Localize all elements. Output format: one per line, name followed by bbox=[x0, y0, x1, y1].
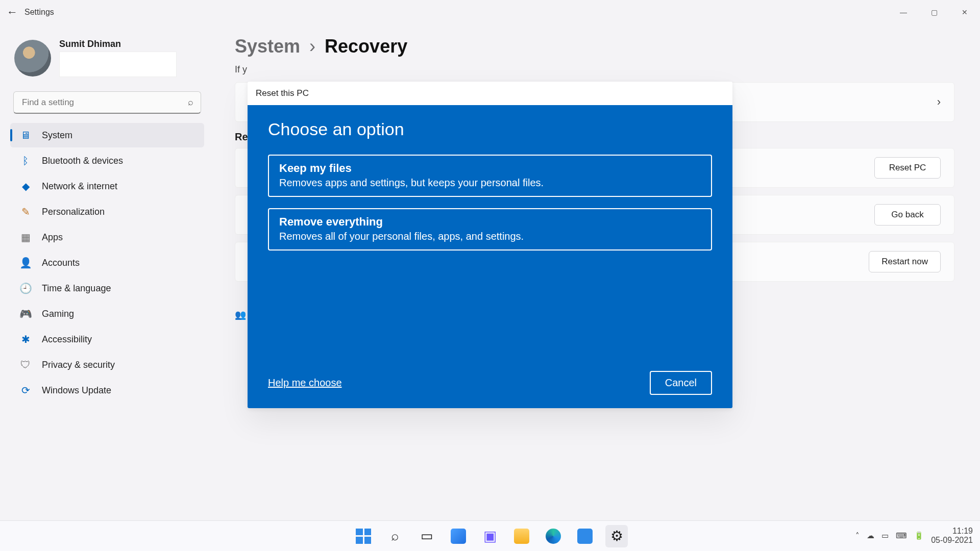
edge-icon bbox=[546, 529, 561, 544]
option-desc: Removes apps and settings, but keeps you… bbox=[279, 177, 701, 189]
sidebar-item-label: Windows Update bbox=[42, 385, 111, 396]
settings-taskbar-button[interactable]: ⚙ bbox=[605, 525, 628, 547]
option-desc: Removes all of your personal files, apps… bbox=[279, 231, 701, 242]
reset-pc-dialog: Reset this PC Choose an option Keep my f… bbox=[248, 82, 732, 408]
search-input[interactable] bbox=[21, 97, 188, 108]
sidebar-item-accounts[interactable]: 👤Accounts bbox=[10, 251, 204, 275]
option-title: Remove everything bbox=[279, 215, 701, 229]
restart-now-button[interactable]: Restart now bbox=[869, 251, 941, 272]
store-button[interactable] bbox=[574, 525, 596, 547]
taskbar-center: ⌕ ▭ ▣ ⚙ bbox=[352, 525, 628, 547]
option-remove-everything[interactable]: Remove everything Removes all of your pe… bbox=[268, 208, 712, 251]
systray: ˄ ☁ ▭ ⌨ 🔋 11:19 05-09-2021 bbox=[855, 520, 973, 551]
dialog-footer: Help me choose Cancel bbox=[268, 371, 712, 395]
sidebar-item-label: System bbox=[42, 130, 72, 141]
profile-name: Sumit Dhiman bbox=[59, 39, 177, 49]
sidebar-item-personalization[interactable]: ✎Personalization bbox=[10, 199, 204, 224]
dialog-body: Choose an option Keep my files Removes a… bbox=[248, 105, 732, 408]
sidebar-item-time-language[interactable]: 🕘Time & language bbox=[10, 276, 204, 300]
sidebar-item-label: Personalization bbox=[42, 207, 105, 217]
sidebar: Sumit Dhiman ⌕ 🖥SystemᛒBluetooth & devic… bbox=[10, 36, 204, 403]
start-button[interactable] bbox=[352, 525, 375, 547]
option-keep-my-files[interactable]: Keep my files Removes apps and settings,… bbox=[268, 155, 712, 197]
sidebar-item-privacy-security[interactable]: 🛡Privacy & security bbox=[10, 353, 204, 377]
battery-icon[interactable]: 🔋 bbox=[914, 531, 924, 540]
sidebar-item-label: Time & language bbox=[42, 283, 111, 294]
option-title: Keep my files bbox=[279, 162, 701, 175]
chat-button[interactable]: ▣ bbox=[479, 525, 501, 547]
reset-pc-button[interactable]: Reset PC bbox=[874, 157, 941, 179]
go-back-button[interactable]: Go back bbox=[874, 204, 941, 226]
app-title: Settings bbox=[24, 8, 54, 17]
window-controls: ― ▢ ✕ bbox=[888, 0, 980, 24]
chat-icon: ▣ bbox=[483, 528, 497, 544]
tray-chevron-icon[interactable]: ˄ bbox=[855, 531, 860, 540]
cancel-button[interactable]: Cancel bbox=[650, 371, 712, 395]
breadcrumb: System › Recovery bbox=[235, 36, 954, 57]
sidebar-item-label: Apps bbox=[42, 232, 63, 243]
apps-icon: ▦ bbox=[19, 231, 32, 243]
help-me-choose-link[interactable]: Help me choose bbox=[268, 377, 342, 389]
store-icon bbox=[577, 529, 593, 544]
sidebar-item-accessibility[interactable]: ✱Accessibility bbox=[10, 327, 204, 352]
windows-logo-icon bbox=[356, 529, 371, 544]
sidebar-item-gaming[interactable]: 🎮Gaming bbox=[10, 302, 204, 326]
display-icon: 🖥 bbox=[19, 129, 32, 141]
minimize-icon: ― bbox=[900, 8, 907, 16]
file-explorer-button[interactable] bbox=[510, 525, 533, 547]
breadcrumb-current: Recovery bbox=[325, 36, 407, 57]
breadcrumb-parent[interactable]: System bbox=[235, 36, 300, 57]
clock-date: 05-09-2021 bbox=[931, 536, 973, 545]
minimize-button[interactable]: ― bbox=[888, 0, 919, 24]
display-tray-icon[interactable]: ▭ bbox=[881, 531, 889, 540]
task-view-button[interactable]: ▭ bbox=[415, 525, 438, 547]
gaming-icon: 🎮 bbox=[19, 308, 32, 320]
task-view-icon: ▭ bbox=[421, 528, 433, 544]
language-tray-icon[interactable]: ⌨ bbox=[896, 531, 907, 540]
bluetooth-icon: ᛒ bbox=[19, 155, 32, 167]
close-icon: ✕ bbox=[962, 8, 968, 16]
edge-button[interactable] bbox=[542, 525, 565, 547]
profile-sub bbox=[59, 52, 177, 77]
sidebar-item-label: Gaming bbox=[42, 309, 74, 319]
profile[interactable]: Sumit Dhiman bbox=[10, 36, 204, 87]
widgets-icon bbox=[451, 529, 466, 544]
intro-text: If y bbox=[235, 64, 954, 75]
person-icon: 👤 bbox=[19, 257, 32, 269]
widgets-button[interactable] bbox=[447, 525, 470, 547]
nav: 🖥SystemᛒBluetooth & devices◆Network & in… bbox=[10, 123, 204, 403]
back-arrow-icon: ← bbox=[7, 6, 18, 19]
search-box[interactable]: ⌕ bbox=[13, 91, 201, 114]
chevron-right-icon: › bbox=[309, 36, 315, 57]
sidebar-item-label: Accessibility bbox=[42, 334, 92, 345]
sidebar-item-label: Bluetooth & devices bbox=[42, 156, 123, 166]
dialog-title: Choose an option bbox=[268, 119, 712, 139]
taskbar: ⌕ ▭ ▣ ⚙ ˄ ☁ ▭ ⌨ 🔋 11:19 05-09-2021 bbox=[0, 520, 980, 551]
dialog-header: Reset this PC bbox=[248, 82, 732, 105]
onedrive-icon[interactable]: ☁ bbox=[867, 531, 874, 540]
close-button[interactable]: ✕ bbox=[949, 0, 980, 24]
clock-time: 11:19 bbox=[931, 527, 973, 536]
clock[interactable]: 11:19 05-09-2021 bbox=[931, 527, 973, 545]
sidebar-item-network-internet[interactable]: ◆Network & internet bbox=[10, 174, 204, 198]
clock-icon: 🕘 bbox=[19, 282, 32, 294]
maximize-button[interactable]: ▢ bbox=[919, 0, 949, 24]
sidebar-item-bluetooth-devices[interactable]: ᛒBluetooth & devices bbox=[10, 148, 204, 173]
shield-icon: 🛡 bbox=[19, 359, 32, 371]
titlebar: ← Settings ― ▢ ✕ bbox=[0, 0, 980, 24]
feedback-icon: 👥 bbox=[235, 309, 246, 320]
search-icon: ⌕ bbox=[391, 528, 399, 544]
folder-icon bbox=[514, 529, 529, 544]
sidebar-item-windows-update[interactable]: ⟳Windows Update bbox=[10, 378, 204, 403]
sidebar-item-apps[interactable]: ▦Apps bbox=[10, 225, 204, 249]
pencil-icon: ✎ bbox=[19, 206, 32, 218]
back-button[interactable]: ← bbox=[0, 6, 24, 19]
chevron-right-icon: › bbox=[937, 95, 941, 109]
maximize-icon: ▢ bbox=[931, 8, 938, 16]
sidebar-item-system[interactable]: 🖥System bbox=[10, 123, 204, 147]
accessibility-icon: ✱ bbox=[19, 333, 32, 345]
gear-icon: ⚙ bbox=[610, 528, 623, 544]
taskbar-search-button[interactable]: ⌕ bbox=[384, 525, 406, 547]
sidebar-item-label: Accounts bbox=[42, 258, 80, 268]
wifi-icon: ◆ bbox=[19, 180, 32, 192]
